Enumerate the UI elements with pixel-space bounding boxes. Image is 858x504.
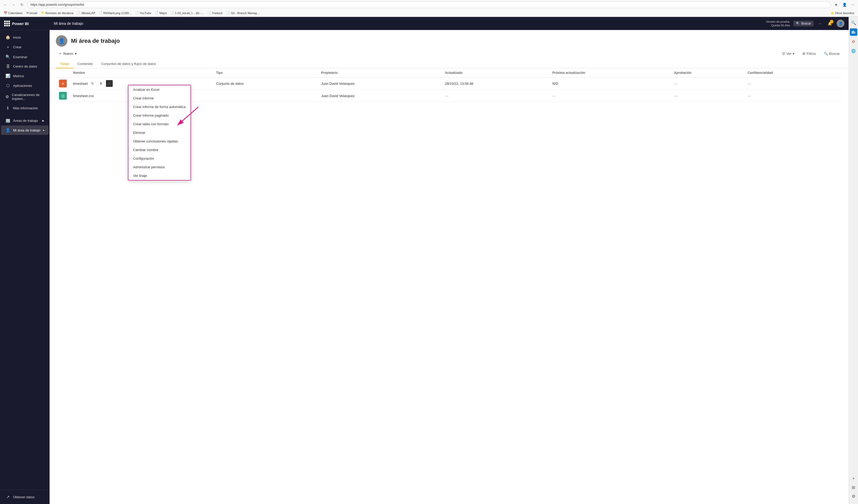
rs-add-icon[interactable]: ＋ (850, 475, 857, 482)
bookmark-maps[interactable]: 📄 Maps (154, 11, 168, 15)
search-icon: 🔍 (824, 52, 828, 55)
search-button[interactable]: 🔍 Buscar (821, 50, 842, 57)
browser-chrome: ← → ↻ ★ 👤 ⋯ 📅 Calendario ✉ Gmail 📁 Revis… (0, 0, 858, 17)
sidebar-item-label: Más información (13, 106, 38, 110)
col-aprobacion: Aprobación (671, 68, 745, 78)
item-owner: Juan David Velasquez (318, 90, 442, 102)
view-button[interactable]: ☰ Ver ▾ (779, 50, 797, 57)
sidebar-item-examinar[interactable]: 🔍 Examinar (1, 52, 49, 62)
context-menu-item-crear-auto[interactable]: Crear informe de forma automática (128, 102, 190, 111)
svg-rect-4 (854, 32, 855, 34)
others-favorites[interactable]: ⭐ Otros favoritos (829, 11, 856, 15)
sidebar-item-mas-info[interactable]: ℹ Más información (1, 103, 49, 113)
bookmark-calendario[interactable]: 📅 Calendario (2, 11, 24, 15)
rs-table-icon[interactable]: ⊞ (850, 484, 857, 491)
filter-label: Filtros (807, 52, 816, 55)
sidebar-footer-label: Obtener datos (13, 495, 34, 499)
sidebar-item-obtener-datos[interactable]: ↗ Obtener datos (1, 492, 49, 502)
filter-button[interactable]: ⊞ Filtros (800, 50, 819, 57)
sidebar-item-centro[interactable]: 🗄 Centro de datos (1, 62, 49, 71)
new-button[interactable]: ＋ Nuevo ▾ (56, 50, 79, 57)
notification-button[interactable]: 🔔 1 (826, 20, 833, 27)
context-menu-item-crear-paginado[interactable]: Crear informe paginado (128, 111, 190, 120)
col-confidencialidad: Confidencialidad (745, 68, 842, 78)
rs-powerbi-icon[interactable] (850, 29, 857, 36)
extensions-button[interactable]: ★ (833, 2, 839, 8)
context-menu-item-administrar[interactable]: Administrar permisos (128, 163, 190, 172)
chevron-down-icon: ▾ (75, 52, 77, 55)
sidebar-item-inicio[interactable]: 🏠 Inicio (1, 33, 49, 42)
rs-settings-icon[interactable]: ⚙ (850, 492, 857, 500)
tab-contenido[interactable]: Contenido (73, 60, 97, 68)
sidebar-item-areas[interactable]: 🏢 Áreas de trabajo ▶ (1, 116, 49, 125)
context-menu-item-crear-informe[interactable]: Crear informe (128, 94, 190, 102)
bookmark-gmail[interactable]: ✉ Gmail (25, 11, 39, 15)
sidebar-footer: ↗ Obtener datos (0, 490, 50, 504)
app-container: Power BI 🏠 Inicio ＋ Crear 🔍 Examinar 🗄 C… (0, 17, 858, 504)
tab-todas[interactable]: Todas (56, 60, 73, 68)
bookmark-youtube[interactable]: 📄 YouTube (133, 11, 153, 15)
context-menu-item-cambiar[interactable]: Cambiar nombre (128, 146, 190, 154)
search-icon: 🔍 (5, 54, 11, 59)
database-icon: 🗄 (5, 64, 11, 69)
topbar-title: Mi área de trabajo (54, 21, 83, 26)
sidebar-item-mi-area[interactable]: 👤 Mi área de trabajo ▾ (1, 126, 49, 135)
bookmark-traducir[interactable]: 📄 Traducir (206, 11, 224, 15)
download-button[interactable]: ⬇ (98, 80, 105, 87)
doc-icon: 📄 (226, 11, 230, 15)
plus-icon: ＋ (5, 45, 11, 50)
doc-icon: 📄 (170, 11, 174, 15)
topbar-search[interactable]: 🔍 Buscar (793, 21, 814, 26)
more-options-button[interactable]: ··· (106, 80, 113, 87)
sidebar: Power BI 🏠 Inicio ＋ Crear 🔍 Examinar 🗄 C… (0, 17, 50, 504)
sidebar-nav: 🏠 Inicio ＋ Crear 🔍 Examinar 🗄 Centro de … (0, 30, 50, 490)
context-menu-item-eliminar[interactable]: Eliminar (128, 128, 190, 137)
back-button[interactable]: ← (2, 2, 9, 8)
refresh-button[interactable]: ↻ (89, 80, 96, 87)
item-updated: 28/10/22, 13:56:48 (442, 78, 549, 90)
sidebar-item-metrics[interactable]: 📊 Metrics (1, 71, 49, 81)
rs-search-icon[interactable]: 🔍 (850, 19, 857, 26)
col-icon (56, 68, 70, 78)
pipeline-icon: ⚙ (5, 94, 9, 99)
context-menu-item-analizar[interactable]: Analizar en Excel (128, 85, 190, 94)
user-avatar[interactable]: 👤 (837, 19, 844, 27)
refresh-button[interactable]: ↻ (19, 2, 25, 8)
right-sidebar: 🔍 O 🌐 ＋ ⊞ ⚙ (848, 17, 858, 504)
content-toolbar: ＋ Nuevo ▾ ☰ Ver ▾ ⊞ Filtros 🔍 Buscar (50, 50, 848, 60)
sidebar-item-label: Áreas de trabajo (13, 119, 38, 123)
dataset-icon: ≡ (59, 80, 67, 87)
context-menu-item-linaje[interactable]: Ver linaje (128, 172, 190, 180)
tab-conjuntos[interactable]: Conjuntos de datos y flujos de datos (97, 60, 160, 68)
search-label: Buscar (801, 22, 811, 25)
rs-office-icon[interactable]: O (850, 38, 857, 45)
col-nombre: Nombre (70, 68, 213, 78)
forward-button[interactable]: → (11, 2, 17, 8)
bookmark-revision[interactable]: 📁 Revision de literatura (39, 11, 75, 15)
item-owner: Juan David Velasquez (318, 78, 442, 90)
bookmark-minas[interactable]: 📄 MinasLAP (76, 11, 97, 15)
grid-menu-icon[interactable] (4, 21, 10, 26)
search-label: Buscar (829, 52, 840, 55)
context-menu-item-configuracion[interactable]: Configuración (128, 154, 190, 163)
rs-edge-icon[interactable]: 🌐 (850, 47, 857, 54)
item-tipo (213, 90, 318, 102)
more-button[interactable]: ⋯ (849, 2, 856, 8)
bookmark-label: Calendario (8, 12, 23, 15)
sidebar-item-crear[interactable]: ＋ Crear (1, 42, 49, 52)
mail-icon: ✉ (26, 11, 29, 15)
svg-rect-2 (852, 31, 853, 34)
more-options-button[interactable]: ··· (817, 20, 823, 27)
context-menu-item-crear-tabla[interactable]: Crear tabla con formato (128, 120, 190, 128)
context-menu-item-obtener[interactable]: Obtener conclusiones rápidas (128, 137, 190, 146)
bookmark-label: Revision de literatura (45, 12, 74, 15)
profile-button[interactable]: 👤 (841, 2, 847, 8)
bookmark-git[interactable]: 📄 Git - Branch Manag... (225, 11, 261, 15)
bookmark-rkward[interactable]: 📄 RKWard.png (1280... (97, 11, 133, 15)
sidebar-item-aplicaciones[interactable]: ⬡ Aplicaciones (1, 81, 49, 90)
bookmark-label: Traducir (212, 12, 223, 15)
address-bar[interactable] (27, 1, 831, 8)
bookmark-keras[interactable]: 📄 1-01_keras_t... (6) -... (169, 11, 205, 15)
bookmark-label: 1-01_keras_t... (6) -... (175, 12, 204, 15)
sidebar-item-canalizaciones[interactable]: ⚙ Canalizaciones de implem... (1, 91, 49, 103)
